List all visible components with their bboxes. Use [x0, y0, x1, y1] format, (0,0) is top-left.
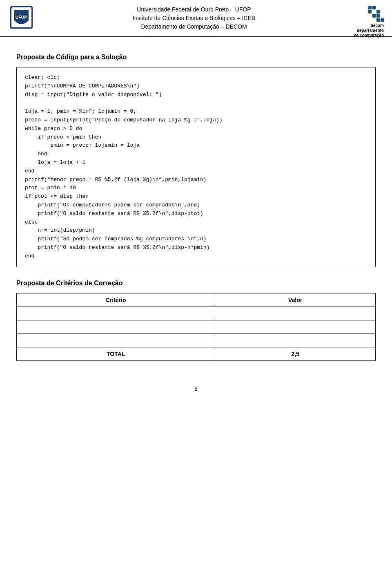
ufop-logo: UFOP	[8, 4, 35, 32]
table-cell-valor	[215, 334, 376, 347]
table-row	[17, 307, 376, 320]
decom-logo: decomdepartamentode computação	[353, 6, 384, 31]
university-name: Universidade Federal de Ouro Preto – UFO…	[35, 5, 353, 14]
table-total-row: TOTAL 2,5	[17, 347, 376, 360]
page-number: 6	[0, 385, 392, 392]
table-row	[17, 320, 376, 334]
table-cell-valor	[215, 320, 376, 334]
table-total-value: 2,5	[215, 347, 376, 360]
section2-title: Proposta de Critérios de Correção	[16, 280, 376, 287]
institute-name: Instituto de Ciências Exatas e Biológica…	[35, 14, 353, 22]
table-total-label: TOTAL	[17, 347, 215, 360]
code-block: clear; clc; printf("\nCOMPRA DE COMPUTAD…	[16, 67, 376, 267]
table-row	[17, 334, 376, 347]
main-content: Proposta de Código para a Solução clear;…	[0, 37, 392, 369]
table-header-valor: Valor	[215, 293, 376, 307]
criteria-table: Critério Valor TOTAL 2,5	[16, 293, 376, 361]
page-header: UFOP Universidade Federal de Ouro Preto …	[0, 0, 392, 37]
decom-label: decomdepartamentode computação	[354, 23, 384, 38]
table-cell-criterio	[17, 307, 215, 320]
svg-text:UFOP: UFOP	[16, 15, 27, 20]
table-cell-criterio	[17, 334, 215, 347]
table-header-criterio: Critério	[17, 293, 215, 307]
section1-title: Proposta de Código para a Solução	[16, 54, 376, 61]
table-cell-valor	[215, 307, 376, 320]
code-content: clear; clc; printf("\nCOMPRA DE COMPUTAD…	[25, 74, 223, 259]
table-cell-criterio	[17, 320, 215, 334]
department-name: Departamento de Computação – DECOM	[35, 22, 353, 31]
header-text: Universidade Federal de Ouro Preto – UFO…	[35, 5, 353, 31]
